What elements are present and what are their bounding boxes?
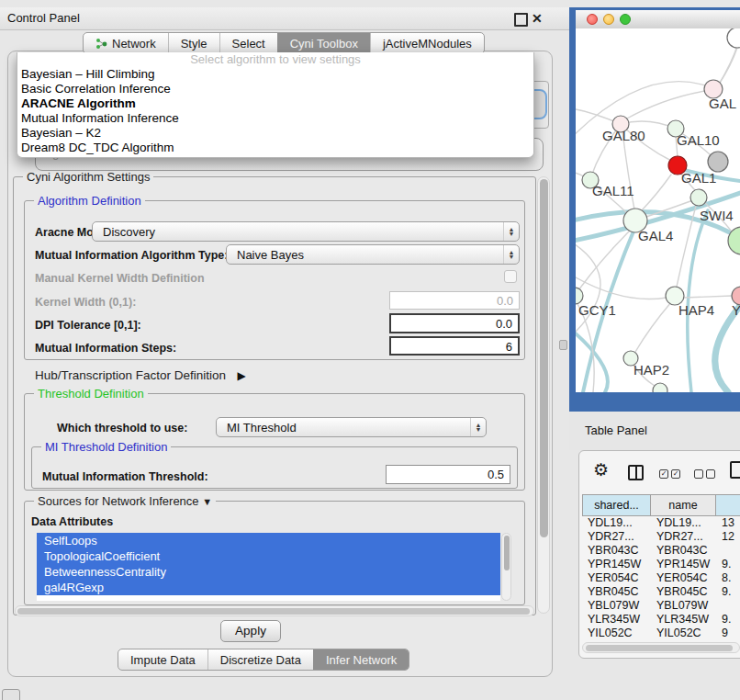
which-threshold-combo[interactable]: MI Threshold ▲▼ (216, 417, 487, 437)
table-cell: 9. (716, 613, 740, 627)
algorithm-option-basic-correlation-inference[interactable]: Basic Correlation Inference (17, 82, 533, 96)
zoom-window-icon[interactable] (620, 14, 631, 25)
attribute-item-betweennesscentrality[interactable]: BetweennessCentrality (37, 564, 500, 580)
mi-type-label: Mutual Information Algorithm Type: (35, 249, 228, 262)
algorithm-option-dream8-dc-tdc-algorithm[interactable]: Dream8 DC_TDC Algorithm (17, 141, 533, 155)
manual-kernel-checkbox[interactable] (504, 270, 517, 283)
table-cell: 9. (716, 558, 740, 571)
tab-label: Network (112, 37, 156, 51)
expanded-arrow-icon[interactable]: ▼ (202, 496, 212, 507)
network-node-gray-node[interactable] (708, 152, 728, 172)
algorithm-option-bayesian-hill-climbing[interactable]: Bayesian – Hill Climbing (17, 67, 533, 82)
network-node-bottom-node[interactable] (653, 383, 667, 392)
deselect-all-columns-icon[interactable] (694, 469, 715, 479)
network-node-label-gal80: GAL80 (602, 128, 645, 143)
settings-vertical-scrollbar-thumb[interactable] (540, 179, 548, 537)
tab-infer-network[interactable]: Infer Network (313, 649, 409, 670)
threshold-definition-legend: Threshold Definition (34, 387, 148, 401)
float-panel-icon[interactable] (514, 13, 528, 27)
algorithm-dropdown-placeholder: Select algorithm to view settings (17, 52, 533, 67)
network-edge (642, 175, 671, 210)
table-cell: YBR045C (582, 585, 651, 599)
settings-horizontal-scrollbar-thumb[interactable] (17, 608, 530, 615)
control-panel-titlebar (0, 7, 569, 30)
close-icon[interactable]: ✕ (532, 9, 543, 28)
network-node-label-pink-y: Y (732, 302, 740, 318)
tab-style[interactable]: Style (168, 33, 219, 53)
algorithm-option-bayesian-k2[interactable]: Bayesian – K2 (17, 126, 533, 141)
network-node-top-node[interactable] (727, 28, 740, 48)
node-table-header: shared...name (582, 494, 740, 516)
close-window-icon[interactable] (587, 14, 598, 25)
table-cell: YIL052C (651, 627, 716, 638)
table-cell: 9. (716, 585, 740, 599)
sources-legend-text: Sources for Network Inference (38, 494, 199, 508)
network-edge (684, 296, 732, 298)
table-cell: YIL052C (582, 627, 651, 638)
column-header-shared[interactable]: shared... (582, 494, 651, 516)
table-row[interactable]: YBR045CYBR045C9. (582, 585, 740, 599)
table-row[interactable]: YBR043CYBR043C (582, 544, 740, 558)
hub-definition-toggle[interactable]: Hub/Transcription Factor Definition ▶ (35, 367, 246, 383)
manual-kernel-label: Manual Kernel Width Definition (35, 272, 205, 285)
algorithm-dropdown-list: Select algorithm to view settings Bayesi… (17, 52, 534, 158)
minimize-window-icon[interactable] (603, 14, 614, 25)
aracne-mode-combo[interactable]: Discovery ▲▼ (92, 221, 520, 242)
attribute-item-topologicalcoefficient[interactable]: TopologicalCoefficient (37, 548, 500, 564)
table-horizontal-scrollbar-thumb[interactable] (586, 645, 733, 651)
apply-button[interactable]: Apply (220, 620, 281, 642)
tab-discretize-data[interactable]: Discretize Data (207, 649, 313, 670)
table-cell: YLR345W (651, 613, 716, 627)
sources-legend: Sources for Network Inference ▼ (34, 494, 216, 509)
tab-label: Style (181, 37, 207, 51)
table-row[interactable]: YBL079WYBL079W (582, 599, 740, 613)
table-row[interactable]: YDR27...YDR27...12 (582, 530, 740, 544)
settings-horizontal-scrollbar[interactable] (15, 605, 534, 616)
hide-panel-button[interactable] (2, 689, 20, 700)
table-row[interactable]: YPR145WYPR145W9. (582, 558, 740, 571)
mi-threshold-definition-legend: MI Threshold Definition (41, 440, 171, 454)
table-row[interactable]: YIL052CYIL052C9 (582, 627, 740, 638)
table-cell: YDL19... (582, 516, 651, 530)
mi-threshold-field[interactable]: 0.5 (386, 465, 510, 484)
table-row[interactable]: YLR345WYLR345W9. (582, 613, 740, 627)
table-row[interactable]: YER054CYER054C8. (582, 571, 740, 585)
network-node-label-gal4: GAL4 (638, 228, 673, 243)
file-icon[interactable] (730, 461, 740, 479)
settings-vertical-scrollbar[interactable] (537, 176, 550, 614)
mi-steps-field[interactable]: 6 (389, 336, 520, 356)
network-node-label-gal-cut: GAL (709, 96, 736, 111)
tab-select[interactable]: Select (219, 33, 277, 53)
column-header-name[interactable]: name (651, 494, 716, 516)
mi-type-combo[interactable]: Naive Bayes ▲▼ (226, 244, 520, 265)
hub-definition-label: Hub/Transcription Factor Definition (35, 368, 226, 382)
attributes-scrollbar[interactable] (501, 533, 511, 601)
column-header-cut[interactable] (716, 494, 740, 516)
tab-network[interactable]: Network (84, 33, 168, 53)
algorithm-option-mutual-information-inference[interactable]: Mutual Information Inference (17, 111, 533, 126)
attribute-item-selfloops[interactable]: SelfLoops (37, 533, 500, 548)
tab-label: Discretize Data (220, 653, 301, 667)
attribute-item-gal4rgexp[interactable]: gal4RGexp (37, 580, 500, 595)
network-canvas[interactable]: GAL80GALGAL10GAL1SWI4GAL11GAL4GCY1HAP4YH… (576, 28, 740, 392)
control-panel-tabs: NetworkStyleSelectCyni ToolboxjActiveMNo… (83, 32, 485, 54)
kernel-width-field[interactable]: 0.0 (389, 291, 520, 310)
dpi-tolerance-field[interactable]: 0.0 (389, 313, 520, 333)
select-all-columns-icon[interactable]: ✓✓ (659, 469, 680, 479)
stepper-icon: ▲▼ (503, 245, 519, 264)
network-window-titlebar[interactable] (576, 10, 740, 29)
algorithm-option-aracne-algorithm[interactable]: ARACNE Algorithm (17, 96, 533, 111)
table-cell (716, 599, 740, 613)
table-row[interactable]: YDL19...YDL19...13 (582, 516, 740, 530)
gear-icon[interactable]: ⚙ (593, 460, 609, 480)
network-node-swi4[interactable] (690, 189, 707, 206)
tab-jactivemnodules[interactable]: jActiveMNodules (370, 33, 484, 53)
attributes-scrollbar-thumb[interactable] (504, 536, 510, 570)
tab-impute-data[interactable]: Impute Data (118, 649, 207, 670)
panel-collapse-handle[interactable] (559, 340, 567, 350)
tab-label: Infer Network (326, 653, 397, 667)
tab-cyni-toolbox[interactable]: Cyni Toolbox (277, 33, 370, 53)
columns-icon[interactable] (628, 465, 644, 480)
table-horizontal-scrollbar[interactable] (582, 642, 740, 653)
table-cell: YPR145W (651, 558, 716, 571)
